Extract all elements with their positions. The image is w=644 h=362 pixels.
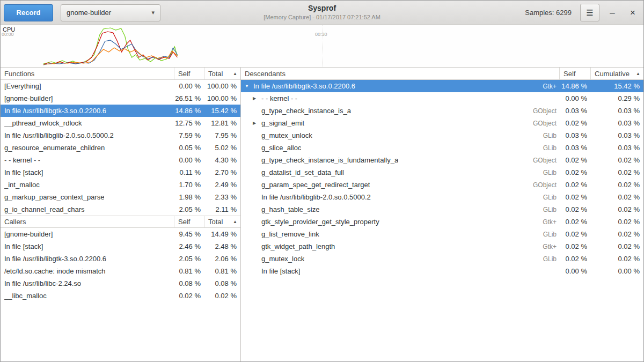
close-button[interactable]: ×	[625, 5, 640, 20]
function-row[interactable]: [gnome-builder] 26.51 % 100.00 %	[1, 92, 240, 105]
descendant-cumulative-percent: 0.02 %	[591, 168, 643, 176]
hamburger-menu-icon: ☰	[586, 8, 593, 18]
descendants-cumulative-column-header[interactable]: Cumulative ▲	[591, 68, 643, 79]
descendant-category: GObject	[528, 157, 560, 164]
descendant-row[interactable]: g_mutex_lock GLib 0.02 % 0.02 %	[241, 253, 643, 265]
function-self-percent: 2.05 %	[174, 205, 204, 213]
caller-row[interactable]: In file /usr/lib/libc-2.24.so 0.08 % 0.0…	[1, 277, 240, 290]
descendant-row[interactable]: In file /usr/lib/libglib-2.0.so.0.5000.2…	[241, 191, 643, 203]
descendant-cumulative-percent: 0.02 %	[591, 181, 643, 189]
function-name-cell: __pthread_rwlock_rdlock	[1, 119, 174, 127]
function-name: - - kernel - -	[4, 156, 40, 164]
function-row[interactable]: In file /usr/lib/libglib-2.0.so.0.5000.2…	[1, 129, 240, 142]
chevron-down-icon: ▾	[151, 9, 155, 16]
function-name: __pthread_rwlock_rdlock	[4, 119, 82, 127]
caller-row[interactable]: __libc_malloc 0.02 % 0.02 %	[1, 290, 240, 302]
callers-total-column-header[interactable]: Total ▲	[204, 216, 240, 227]
record-button[interactable]: Record	[4, 4, 53, 21]
descendant-row[interactable]: gtk_style_provider_get_style_property Gt…	[241, 216, 643, 228]
descendant-row[interactable]: ▶ - - kernel - - 0.00 % 0.29 %	[241, 92, 643, 105]
descendant-row[interactable]: g_list_remove_link GLib 0.02 % 0.02 %	[241, 228, 643, 240]
descendant-cumulative-percent: 15.42 %	[591, 82, 643, 90]
function-self-percent: 0.11 %	[174, 168, 204, 176]
function-row[interactable]: In file /usr/lib/libgtk-3.so.0.2200.6 14…	[1, 105, 240, 117]
descendant-name: g_param_spec_get_redirect_target	[261, 181, 370, 189]
callers-total-header-label: Total	[208, 218, 223, 226]
descendant-category: GLib	[538, 169, 560, 176]
descendant-self-percent: 0.00 %	[560, 94, 591, 102]
function-total-percent: 12.81 %	[204, 119, 240, 127]
descendant-row[interactable]: g_type_check_instance_is_fundamentally_a…	[241, 154, 643, 166]
descendant-row[interactable]: g_slice_alloc GLib 0.03 % 0.03 %	[241, 142, 643, 154]
descendant-category: GObject	[528, 107, 560, 115]
functions-column-header[interactable]: Functions	[1, 68, 174, 79]
descendants-self-column-header[interactable]: Self	[560, 68, 591, 79]
sort-indicator-icon: ▲	[230, 219, 237, 224]
descendant-row[interactable]: g_datalist_id_set_data_full GLib 0.02 % …	[241, 166, 643, 179]
function-row[interactable]: - - kernel - - 0.00 % 4.30 %	[1, 154, 240, 166]
descendant-row[interactable]: gtk_widget_path_length Gtk+ 0.02 % 0.02 …	[241, 240, 643, 253]
cpu-usage-graph[interactable]: CPU 00:00 00:30	[1, 25, 643, 68]
descendant-name-cell: g_list_remove_link GLib	[241, 230, 560, 238]
descendant-row[interactable]: g_type_check_instance_is_a GObject 0.03 …	[241, 105, 643, 117]
function-row[interactable]: _int_malloc 1.70 % 2.49 %	[1, 179, 240, 191]
function-self-percent: 0.05 %	[174, 144, 204, 152]
descendant-row[interactable]: g_mutex_unlock GLib 0.03 % 0.03 %	[241, 129, 643, 142]
descendant-row[interactable]: ▶ g_signal_emit GObject 0.02 % 0.03 %	[241, 117, 643, 129]
function-name-cell: _int_malloc	[1, 181, 174, 189]
descendant-cumulative-percent: 0.02 %	[591, 193, 643, 201]
tree-expander-icon[interactable]: ▶	[253, 96, 261, 101]
descendant-name-cell: ▼ In file /usr/lib/libgtk-3.so.0.2200.6 …	[241, 82, 560, 90]
descendant-cumulative-percent: 0.02 %	[591, 242, 643, 250]
descendants-column-header[interactable]: Descendants	[241, 68, 560, 79]
function-row[interactable]: In file [stack] 0.11 % 2.70 %	[1, 166, 240, 179]
descendant-row[interactable]: g_hash_table_size GLib 0.02 % 0.02 %	[241, 203, 643, 216]
callers-header-row: Callers Self Total ▲	[1, 216, 240, 228]
function-row[interactable]: g_resource_enumerate_children 0.05 % 5.0…	[1, 142, 240, 154]
caller-name: In file /usr/lib/libgtk-3.so.0.2200.6	[4, 255, 106, 263]
caller-name-cell: __libc_malloc	[1, 292, 174, 300]
function-total-percent: 2.49 %	[204, 181, 240, 189]
caller-self-percent: 0.08 %	[174, 279, 204, 287]
callers-self-column-header[interactable]: Self	[174, 216, 204, 227]
caller-row[interactable]: [gnome-builder] 9.45 % 14.49 %	[1, 228, 240, 240]
caller-row[interactable]: In file [stack] 2.46 % 2.48 %	[1, 240, 240, 253]
function-row[interactable]: __pthread_rwlock_rdlock 12.75 % 12.81 %	[1, 117, 240, 129]
function-row[interactable]: [Everything] 0.00 % 100.00 %	[1, 80, 240, 92]
caller-row[interactable]: /etc/ld.so.cache: inode mismatch 0.81 % …	[1, 265, 240, 277]
descendant-name: gtk_widget_path_length	[261, 242, 335, 250]
function-self-percent: 1.98 %	[174, 193, 204, 201]
descendant-category: GLib	[538, 255, 560, 263]
descendants-header-row: Descendants Self Cumulative ▲	[241, 68, 643, 80]
descendant-row[interactable]: ▼ In file /usr/lib/libgtk-3.so.0.2200.6 …	[241, 80, 643, 92]
process-selector-dropdown[interactable]: gnome-builder ▾	[61, 4, 160, 21]
caller-self-percent: 0.81 %	[174, 267, 204, 275]
descendant-name-cell: g_param_spec_get_redirect_target GObject	[241, 181, 560, 189]
menu-button[interactable]: ☰	[580, 4, 599, 21]
tree-expander-icon[interactable]: ▼	[245, 84, 253, 88]
descendant-name: g_type_check_instance_is_a	[261, 107, 351, 115]
descendant-self-percent: 0.03 %	[560, 144, 591, 152]
function-total-percent: 7.95 %	[204, 131, 240, 139]
function-name-cell: In file [stack]	[1, 168, 174, 176]
functions-self-column-header[interactable]: Self	[174, 68, 204, 79]
caller-row[interactable]: In file /usr/lib/libgtk-3.so.0.2200.6 2.…	[1, 253, 240, 265]
functions-total-column-header[interactable]: Total ▲	[204, 68, 240, 79]
minimize-button[interactable]: –	[605, 5, 620, 20]
descendant-category: Gtk+	[537, 83, 560, 90]
function-total-percent: 2.70 %	[204, 168, 240, 176]
callers-column-header[interactable]: Callers	[1, 216, 174, 227]
descendant-name-cell: g_slice_alloc GLib	[241, 144, 560, 152]
descendant-name: In file [stack]	[261, 267, 300, 275]
functions-pane: Functions Self Total ▲ [Everything] 0.00…	[1, 68, 241, 361]
minimize-icon: –	[610, 8, 614, 18]
function-name: [Everything]	[4, 82, 41, 90]
tree-expander-icon[interactable]: ▶	[253, 121, 261, 125]
descendant-row[interactable]: g_param_spec_get_redirect_target GObject…	[241, 179, 643, 191]
function-row[interactable]: g_io_channel_read_chars 2.05 % 2.11 %	[1, 203, 240, 216]
descendant-row[interactable]: In file [stack] 0.00 % 0.00 %	[241, 265, 643, 277]
caller-name: /etc/ld.so.cache: inode mismatch	[4, 267, 106, 275]
descendant-name: g_hash_table_size	[261, 205, 319, 213]
function-row[interactable]: g_markup_parse_context_parse 1.98 % 2.33…	[1, 191, 240, 203]
descendant-self-percent: 0.02 %	[560, 255, 591, 263]
